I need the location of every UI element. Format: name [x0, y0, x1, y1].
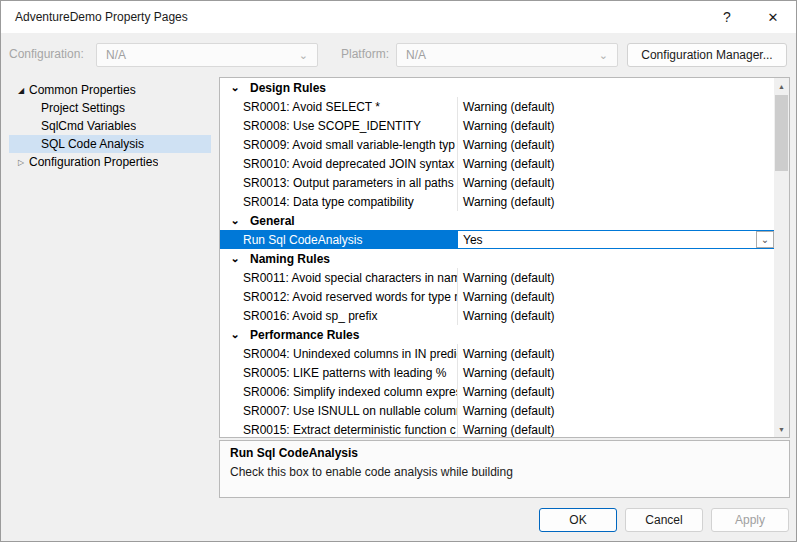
configuration-dropdown[interactable]: N/A ⌄: [96, 43, 318, 67]
property-value[interactable]: Warning (default): [458, 192, 775, 211]
property-name[interactable]: SR0009: Avoid small variable-length typ: [220, 135, 458, 154]
tree-item-label: Configuration Properties: [29, 155, 158, 169]
property-value[interactable]: Warning (default): [458, 420, 775, 438]
chevron-down-icon: ⌄: [299, 49, 308, 62]
apply-button[interactable]: Apply: [711, 508, 789, 532]
scroll-up-icon[interactable]: ▲: [774, 78, 789, 94]
configuration-value: N/A: [106, 48, 126, 62]
tree-item-label: Common Properties: [29, 83, 136, 97]
platform-label: Platform:: [341, 47, 389, 61]
property-name[interactable]: SR0011: Avoid special characters in nam: [220, 268, 458, 287]
tree-item-configuration-properties[interactable]: ▷Configuration Properties: [9, 153, 211, 171]
property-row-sr0010[interactable]: SR0010: Avoid deprecated JOIN syntaxWarn…: [220, 154, 775, 173]
category-row-general[interactable]: ⌄General: [220, 211, 775, 230]
property-name[interactable]: SR0016: Avoid sp_ prefix: [220, 306, 458, 325]
titlebar: AdventureDemo Property Pages ? ✕: [1, 1, 796, 33]
property-row-sr0007[interactable]: SR0007: Use ISNULL on nullable columnWar…: [220, 401, 775, 420]
platform-dropdown[interactable]: N/A ⌄: [396, 43, 618, 67]
properties-tree: ◢Common PropertiesProject SettingsSqlCmd…: [9, 81, 211, 171]
scrollbar-thumb[interactable]: [775, 95, 788, 171]
property-value[interactable]: Warning (default): [458, 401, 775, 420]
category-label: Design Rules: [250, 81, 326, 95]
ok-button[interactable]: OK: [539, 508, 617, 532]
category-collapse-icon[interactable]: ⌄: [220, 81, 250, 94]
help-icon[interactable]: ?: [704, 1, 750, 33]
category-row-naming-rules[interactable]: ⌄Naming Rules: [220, 249, 775, 268]
category-label: Naming Rules: [250, 252, 330, 266]
property-row-sr0015[interactable]: SR0015: Extract deterministic function c…: [220, 420, 775, 438]
scroll-down-icon[interactable]: ▼: [774, 421, 789, 437]
property-row-run-sql-codeanalysis[interactable]: Run Sql CodeAnalysisYes⌄: [220, 230, 775, 249]
property-row-sr0013[interactable]: SR0013: Output parameters in all pathsWa…: [220, 173, 775, 192]
property-name[interactable]: SR0005: LIKE patterns with leading %: [220, 363, 458, 382]
property-name[interactable]: SR0008: Use SCOPE_IDENTITY: [220, 116, 458, 135]
property-value[interactable]: Warning (default): [458, 173, 775, 192]
description-text: Check this box to enable code analysis w…: [230, 465, 779, 479]
property-name[interactable]: SR0007: Use ISNULL on nullable column: [220, 401, 458, 420]
property-row-sr0006[interactable]: SR0006: Simplify indexed column expresWa…: [220, 382, 775, 401]
property-row-sr0012[interactable]: SR0012: Avoid reserved words for type nW…: [220, 287, 775, 306]
tree-item-sqlcmd-variables[interactable]: SqlCmd Variables: [9, 117, 211, 135]
property-name[interactable]: SR0001: Avoid SELECT *: [220, 97, 458, 116]
property-row-sr0001[interactable]: SR0001: Avoid SELECT *Warning (default): [220, 97, 775, 116]
tree-item-label: SQL Code Analysis: [41, 137, 144, 151]
cancel-button[interactable]: Cancel: [625, 508, 703, 532]
right-panel: ⌄Design RulesSR0001: Avoid SELECT *Warni…: [219, 77, 790, 498]
property-row-sr0005[interactable]: SR0005: LIKE patterns with leading %Warn…: [220, 363, 775, 382]
property-name[interactable]: SR0010: Avoid deprecated JOIN syntax: [220, 154, 458, 173]
category-collapse-icon[interactable]: ⌄: [220, 252, 250, 265]
platform-value: N/A: [406, 48, 426, 62]
property-value[interactable]: Warning (default): [458, 363, 775, 382]
configuration-manager-button[interactable]: Configuration Manager...: [627, 43, 787, 67]
property-value[interactable]: Warning (default): [458, 154, 775, 173]
category-row-performance-rules[interactable]: ⌄Performance Rules: [220, 325, 775, 344]
property-name[interactable]: SR0015: Extract deterministic function c: [220, 420, 458, 438]
property-value[interactable]: Warning (default): [458, 116, 775, 135]
titlebar-buttons: ? ✕: [704, 1, 796, 33]
chevron-down-icon: ⌄: [599, 49, 608, 62]
tree-item-common-properties[interactable]: ◢Common Properties: [9, 81, 211, 99]
property-row-sr0014[interactable]: SR0014: Data type compatibilityWarning (…: [220, 192, 775, 211]
property-value[interactable]: Yes⌄: [458, 230, 775, 249]
property-name[interactable]: SR0012: Avoid reserved words for type n: [220, 287, 458, 306]
description-title: Run Sql CodeAnalysis: [230, 446, 779, 460]
tree-item-sql-code-analysis[interactable]: SQL Code Analysis: [9, 135, 211, 153]
property-row-sr0004[interactable]: SR0004: Unindexed columns in IN predicWa…: [220, 344, 775, 363]
description-panel: Run Sql CodeAnalysis Check this box to e…: [219, 440, 790, 498]
property-value[interactable]: Warning (default): [458, 287, 775, 306]
configuration-label: Configuration:: [9, 47, 84, 61]
vertical-scrollbar[interactable]: ▲ ▼: [774, 78, 789, 437]
category-label: Performance Rules: [250, 328, 359, 342]
property-row-sr0008[interactable]: SR0008: Use SCOPE_IDENTITYWarning (defau…: [220, 116, 775, 135]
tree-collapsed-icon[interactable]: ▷: [13, 158, 29, 167]
property-value[interactable]: Warning (default): [458, 135, 775, 154]
property-row-sr0011[interactable]: SR0011: Avoid special characters in namW…: [220, 268, 775, 287]
property-row-sr0009[interactable]: SR0009: Avoid small variable-length typW…: [220, 135, 775, 154]
tree-item-label: Project Settings: [41, 101, 125, 115]
property-name[interactable]: Run Sql CodeAnalysis: [220, 230, 458, 249]
category-collapse-icon[interactable]: ⌄: [220, 214, 250, 227]
property-name[interactable]: SR0004: Unindexed columns in IN predic: [220, 344, 458, 363]
property-row-sr0016[interactable]: SR0016: Avoid sp_ prefixWarning (default…: [220, 306, 775, 325]
property-value[interactable]: Warning (default): [458, 268, 775, 287]
property-name[interactable]: SR0013: Output parameters in all paths: [220, 173, 458, 192]
category-collapse-icon[interactable]: ⌄: [220, 328, 250, 341]
value-dropdown-icon[interactable]: ⌄: [756, 231, 774, 248]
property-name[interactable]: SR0006: Simplify indexed column expres: [220, 382, 458, 401]
tree-expanded-icon[interactable]: ◢: [13, 86, 29, 95]
tree-item-label: SqlCmd Variables: [41, 119, 136, 133]
close-icon[interactable]: ✕: [750, 1, 796, 33]
property-name[interactable]: SR0014: Data type compatibility: [220, 192, 458, 211]
category-label: General: [250, 214, 295, 228]
property-value[interactable]: Warning (default): [458, 344, 775, 363]
property-grid: ⌄Design RulesSR0001: Avoid SELECT *Warni…: [219, 77, 790, 438]
property-value[interactable]: Warning (default): [458, 97, 775, 116]
category-row-design-rules[interactable]: ⌄Design Rules: [220, 78, 775, 97]
window-title: AdventureDemo Property Pages: [15, 10, 188, 24]
tree-item-project-settings[interactable]: Project Settings: [9, 99, 211, 117]
property-value[interactable]: Warning (default): [458, 306, 775, 325]
property-grid-rows: ⌄Design RulesSR0001: Avoid SELECT *Warni…: [220, 78, 775, 438]
property-value[interactable]: Warning (default): [458, 382, 775, 401]
property-pages-dialog: AdventureDemo Property Pages ? ✕ Configu…: [0, 0, 797, 542]
